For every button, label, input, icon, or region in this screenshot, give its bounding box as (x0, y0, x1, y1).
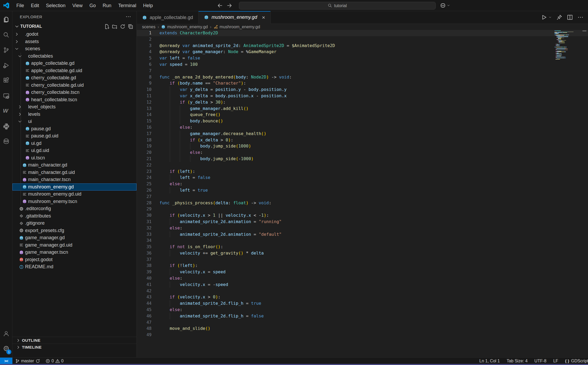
tree-item-cherry_collectable.tscn[interactable]: cherry_collectable.tscn (12, 89, 137, 96)
ellipsis-icon[interactable] (125, 14, 131, 20)
outline-section[interactable]: OUTLINE (12, 337, 137, 344)
menu-item-file[interactable]: File (13, 0, 27, 11)
tree-item-game_manager.gd[interactable]: game_manager.gd (12, 234, 137, 242)
breadcrumb-item[interactable]: scenes (142, 25, 156, 29)
activity-item-extensions[interactable] (0, 73, 12, 88)
split-editor-icon[interactable] (567, 14, 573, 20)
line-number: 13 (137, 105, 152, 112)
arrow-right-icon[interactable] (227, 3, 232, 8)
tree-item-apple_collectable.gd.uid[interactable]: apple_collectable.gd.uid (12, 67, 137, 75)
tree-item-ui[interactable]: ui (12, 118, 137, 125)
tree-item-ui.gd[interactable]: ui.gd (12, 140, 137, 147)
menu-item-run[interactable]: Run (99, 0, 115, 11)
explorer-actions (104, 24, 137, 29)
tab-mushroom_enemy.gd[interactable]: mushroom_enemy.gd× (199, 11, 271, 24)
tree-item-scenes[interactable]: scenes (12, 45, 137, 53)
menu-item-terminal[interactable]: Terminal (115, 0, 140, 11)
tree-item-.editorconfig[interactable]: .editorconfig (12, 205, 137, 212)
activity-item-search[interactable] (0, 27, 12, 43)
breadcrumb-item[interactable]: mushroom_enemy.gd (167, 25, 208, 29)
activity-item-godot-tools[interactable] (0, 134, 12, 149)
godot-gd (19, 235, 25, 240)
tree-item-main_character.gd[interactable]: main_character.gd (12, 161, 137, 169)
breadcrumb-item[interactable]: mushroom_enemy.gd (220, 25, 260, 29)
project-section-header[interactable]: TUTORIAL (12, 22, 137, 31)
menu-item-view[interactable]: View (69, 0, 86, 11)
tree-item-label: main_character.gd (28, 162, 67, 168)
git-branch-status[interactable]: master (12, 358, 43, 364)
activity-item-run-debug[interactable] (0, 58, 12, 73)
pin-icon[interactable] (556, 14, 562, 20)
activity-item-accounts[interactable] (0, 326, 12, 341)
arrow-left-icon[interactable] (217, 3, 223, 8)
activity-item-w-extension[interactable]: W (0, 103, 12, 118)
tree-item-main_character.gd.uid[interactable]: main_character.gd.uid (12, 169, 137, 176)
timeline-section[interactable]: TIMELINE (12, 344, 137, 350)
collapse-all-icon[interactable] (128, 24, 133, 29)
tree-item-levels[interactable]: levels (12, 111, 137, 118)
timeline-label: TIMELINE (22, 345, 42, 350)
activity-item-python[interactable] (0, 119, 12, 134)
tree-item-README.md[interactable]: README.md (12, 263, 137, 271)
menu-item-selection[interactable]: Selection (43, 0, 69, 11)
status-ln-1-col-1[interactable]: Ln 1, Col 1 (476, 358, 503, 364)
tree-item-cherry_collectable.gd.uid[interactable]: cherry_collectable.gd.uid (12, 82, 137, 89)
status-tab-size-4[interactable]: Tab Size: 4 (503, 358, 531, 364)
tree-item-.gitattributes[interactable]: .gitattributes (12, 212, 137, 220)
tree-item-level_objects[interactable]: level_objects (12, 103, 137, 111)
activity-item-explorer[interactable] (0, 12, 12, 27)
activity-item-source-control[interactable] (0, 43, 12, 58)
tree-item-main_character.tscn[interactable]: main_character.tscn (12, 176, 137, 183)
new-folder-icon[interactable] (112, 24, 117, 29)
tree-item-.gitignore[interactable]: .gitignore (12, 220, 137, 227)
tree-item-label: heart_collectable.tscn (31, 97, 77, 103)
tree-item-heart_collectable.tscn[interactable]: heart_collectable.tscn (12, 96, 137, 104)
tree-item-mushroom_enemy.tscn[interactable]: mushroom_enemy.tscn (12, 198, 137, 205)
tree-item-collectables[interactable]: collectables (12, 53, 137, 60)
tree-item-export_presets.cfg[interactable]: export_presets.cfg (12, 227, 137, 234)
status-lf[interactable]: LF (550, 358, 562, 364)
chevron-collapsed-icon (18, 105, 22, 109)
tree-item-.godot[interactable]: .godot (12, 31, 137, 38)
problems-status[interactable]: 0 0 (43, 358, 66, 364)
close-icon[interactable]: × (262, 15, 265, 20)
run-icon[interactable] (541, 14, 547, 20)
tree-item-assets[interactable]: assets (12, 38, 137, 45)
menu-item-edit[interactable]: Edit (27, 0, 43, 11)
tree-item-pause.gd.uid[interactable]: pause.gd.uid (12, 132, 137, 140)
minimap[interactable] (554, 30, 575, 60)
new-file-icon[interactable] (104, 24, 110, 29)
breadcrumb[interactable]: scenes›mushroom_enemy.gd›mushroom_enemy.… (137, 24, 588, 30)
line-number: 21 (137, 156, 152, 162)
status-gdscript[interactable]: { }GDScript (562, 358, 588, 364)
refresh-icon[interactable] (120, 24, 125, 29)
activity-item-settings[interactable]: 1 (0, 341, 12, 356)
command-center-search[interactable]: tutorial (239, 2, 436, 10)
code-line: 39 velocity.x = speed (137, 269, 588, 275)
tree-item-pause.gd[interactable]: pause.gd (12, 125, 137, 133)
tree-item-mushroom_enemy.gd.uid[interactable]: mushroom_enemy.gd.uid (12, 191, 137, 198)
status-utf-8[interactable]: UTF-8 (531, 358, 550, 364)
tree-item-ui.gd.uid[interactable]: ui.gd.uid (12, 147, 137, 154)
chevron-down-icon[interactable] (548, 16, 552, 19)
indent-guide (170, 174, 170, 181)
tree-item-apple_collectable.gd[interactable]: apple_collectable.gd (12, 60, 137, 67)
remote-indicator[interactable]: >< (0, 358, 12, 364)
tree-item-project.godot[interactable]: project.godot (12, 256, 137, 264)
tree-item-game_manager.gd.uid[interactable]: game_manager.gd.uid (12, 242, 137, 249)
copilot-menu[interactable] (440, 2, 450, 8)
tree-item-label: .gitattributes (25, 213, 51, 219)
menu-item-go[interactable]: Go (86, 0, 99, 11)
menu-item-help[interactable]: Help (140, 0, 156, 11)
tree-item-cherry_collectable.gd[interactable]: cherry_collectable.gd (12, 74, 137, 82)
activity-item-remote-explorer[interactable] (0, 88, 12, 103)
tree-item-game_manager.tscn[interactable]: game_manager.tscn (12, 249, 137, 256)
line-number: 3 (137, 43, 152, 49)
tree-item-mushroom_enemy.gd[interactable]: mushroom_enemy.gd (12, 183, 137, 191)
code-editor[interactable]: 1extends CharacterBody2D23@onready var a… (137, 30, 588, 357)
ellipsis-icon[interactable] (577, 14, 584, 20)
line-number: 22 (137, 162, 152, 168)
tree-item-ui.tscn[interactable]: ui.tscn (12, 154, 137, 162)
indent-guide (170, 156, 170, 162)
tab-apple_collectable.gd[interactable]: apple_collectable.gd (137, 11, 199, 24)
